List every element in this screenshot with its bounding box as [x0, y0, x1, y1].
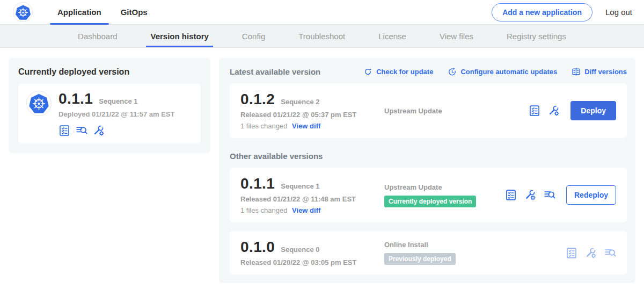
row-version-number: 0.1.0 — [240, 239, 275, 255]
tab-troubleshoot[interactable]: Troubleshoot — [297, 25, 346, 47]
diff-versions-link[interactable]: Diff versions — [572, 67, 627, 76]
row-released-timestamp: Released 01/21/22 @ 05:37 pm EST — [240, 111, 376, 119]
version-row-0-1-1: 0.1.1 Sequence 1 Released 01/21/22 @ 11:… — [230, 168, 627, 222]
deployed-version-card: 0.1.1 Sequence 1 Deployed 01/21/22 @ 11:… — [18, 84, 201, 143]
deployed-icon-row — [58, 125, 174, 136]
currently-deployed-card: Currently deployed version 0.1.1 Sequenc… — [9, 58, 210, 153]
app-header: Application GitOps Add a new application… — [0, 0, 644, 25]
row-sequence-label: Sequence 2 — [281, 98, 319, 106]
deployed-timestamp: Deployed 01/21/22 @ 11:57 am EST — [58, 110, 174, 118]
refresh-icon — [363, 67, 372, 76]
add-application-button[interactable]: Add a new application — [492, 3, 592, 21]
currently-deployed-badge: Currently deployed version — [384, 196, 476, 207]
row-sequence-label: Sequence 1 — [281, 182, 319, 190]
preflight-checklist-icon[interactable] — [566, 247, 577, 259]
row-source-label: Online Install — [384, 241, 428, 249]
view-diff-link[interactable]: View diff — [292, 206, 320, 214]
kubernetes-logo — [13, 2, 33, 22]
app-subnav: Dashboard Version history Config Trouble… — [0, 25, 644, 48]
redeploy-button[interactable]: Redeploy — [566, 185, 616, 205]
previously-deployed-badge: Previously deployed — [384, 253, 456, 265]
check-for-update-label: Check for update — [376, 68, 433, 76]
files-changed-label: 1 files changed — [240, 206, 287, 214]
currently-deployed-title: Currently deployed version — [18, 67, 201, 77]
schedule-refresh-icon — [448, 67, 457, 76]
tab-version-history[interactable]: Version history — [149, 25, 209, 47]
tab-dashboard[interactable]: Dashboard — [77, 25, 118, 47]
row-source-label: Upstream Update — [384, 107, 442, 115]
deployed-version-number: 0.1.1 — [58, 91, 93, 107]
row-released-timestamp: Released 01/21/22 @ 11:48 am EST — [240, 195, 376, 203]
tab-config[interactable]: Config — [241, 25, 266, 47]
deploy-button[interactable]: Deploy — [570, 101, 616, 120]
app-tabs: Application GitOps — [48, 0, 157, 24]
logout-button[interactable]: Log out — [605, 8, 632, 17]
latest-version-heading: Latest available version — [230, 67, 320, 76]
config-wrench-gear-icon[interactable] — [548, 105, 560, 117]
files-changed-label: 1 files changed — [240, 122, 287, 130]
row-released-timestamp: Released 01/20/22 @ 03:05 pm EST — [240, 258, 376, 266]
config-wrench-gear-icon[interactable] — [585, 247, 597, 259]
tab-application[interactable]: Application — [48, 0, 111, 24]
logs-icon[interactable] — [76, 125, 87, 136]
header-actions: Add a new application Log out — [492, 3, 632, 21]
check-for-update-link[interactable]: Check for update — [363, 67, 433, 76]
logs-icon[interactable] — [604, 247, 616, 259]
config-wrench-gear-icon[interactable] — [524, 189, 536, 201]
logs-icon[interactable] — [544, 189, 555, 201]
tab-registry-settings[interactable]: Registry settings — [506, 25, 567, 47]
configure-updates-label: Configure automatic updates — [460, 68, 557, 76]
row-version-number: 0.1.2 — [240, 91, 275, 107]
row-sequence-label: Sequence 0 — [281, 246, 319, 254]
preflight-checklist-icon[interactable] — [58, 125, 70, 136]
version-row-0-1-2: 0.1.2 Sequence 2 Released 01/21/22 @ 05:… — [230, 83, 627, 138]
deployed-sequence-label: Sequence 1 — [99, 97, 137, 105]
diff-icon — [572, 67, 581, 76]
tab-gitops[interactable]: GitOps — [111, 0, 157, 24]
configure-updates-link[interactable]: Configure automatic updates — [448, 67, 557, 76]
other-versions-heading: Other available versions — [230, 152, 627, 161]
preflight-checklist-icon[interactable] — [505, 189, 517, 201]
panel-actions: Check for update Configure automatic upd… — [363, 67, 627, 76]
config-wrench-gear-icon[interactable] — [93, 125, 105, 136]
tab-view-files[interactable]: View files — [438, 25, 474, 47]
diff-versions-label: Diff versions — [584, 68, 627, 76]
app-kubernetes-icon — [26, 91, 52, 116]
row-version-number: 0.1.1 — [240, 176, 275, 192]
tab-license[interactable]: License — [377, 25, 407, 47]
version-row-0-1-0: 0.1.0 Sequence 0 Released 01/20/22 @ 03:… — [230, 231, 627, 275]
main-content: Currently deployed version 0.1.1 Sequenc… — [0, 48, 644, 283]
preflight-checklist-icon[interactable] — [529, 105, 540, 117]
view-diff-link[interactable]: View diff — [292, 122, 320, 130]
row-source-label: Upstream Update — [384, 183, 442, 191]
version-history-panel: Latest available version Check for updat… — [219, 58, 635, 283]
